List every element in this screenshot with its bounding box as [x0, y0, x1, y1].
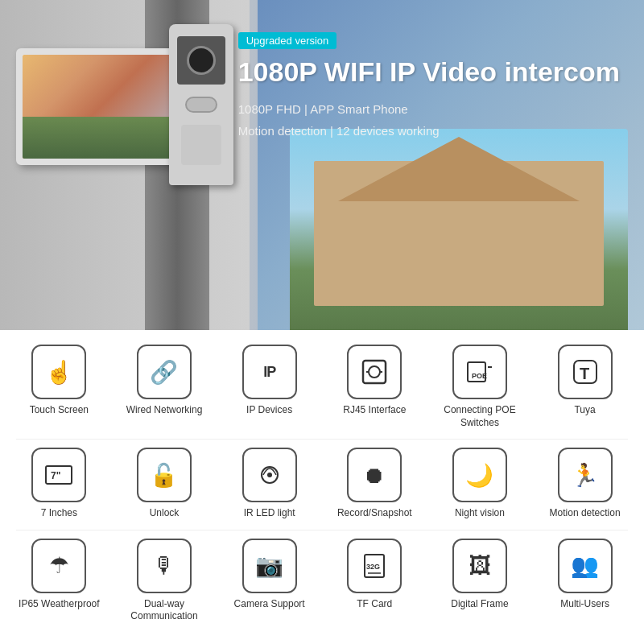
- feature-icon-night-vision: 🌙: [452, 448, 507, 502]
- feature-icon-tuya: T: [558, 345, 613, 399]
- feature-label-ir-led-light: IR LED light: [244, 507, 295, 520]
- feature-label-touch-screen: Touch Screen: [30, 404, 89, 417]
- feature-label-night-vision: Night vision: [455, 507, 505, 520]
- doorbell-speaker: [181, 125, 221, 165]
- upgraded-badge: Upgraded version: [238, 32, 337, 49]
- feature-label-ip-devices: IP Devices: [246, 404, 292, 417]
- hero-section: Upgraded version 1080P WIFI IP Video int…: [0, 0, 644, 330]
- svg-text:7": 7": [51, 470, 60, 481]
- monitor-device: [16, 48, 185, 165]
- feature-item-connecting-poe: POEConnecting POE Switches: [431, 338, 528, 436]
- feature-item-multi-users: 👥Multi-Users: [537, 532, 634, 630]
- feature-item-wired-networking: 🔗Wired Networking: [116, 338, 213, 436]
- feature-icon-wired-networking: 🔗: [137, 345, 192, 399]
- feature-item-record-snapshot: ⏺Record/Snapshot: [326, 441, 423, 526]
- feature-item-digital-frame: 🖼Digital Frame: [431, 532, 528, 630]
- svg-point-1: [369, 366, 380, 378]
- feature-icon-digital-frame: 🖼: [452, 539, 507, 593]
- doorbell-button: [185, 97, 217, 113]
- feature-icon-ip-devices: IP: [242, 345, 297, 399]
- feature-label-motion-detection: Motion detection: [550, 507, 621, 520]
- doorbell-device: [169, 24, 233, 185]
- feature-icon-ip65-weatherproof: ☂: [31, 539, 86, 593]
- feature-item-tf-card: 32GTF Card: [326, 532, 423, 630]
- svg-text:T: T: [580, 365, 589, 382]
- feature-label-connecting-poe: Connecting POE Switches: [435, 404, 525, 429]
- feature-label-wired-networking: Wired Networking: [126, 404, 203, 417]
- feature-icon-camera-support: 📷: [242, 539, 297, 593]
- feature-item-motion-detection: 🏃Motion detection: [537, 441, 634, 526]
- feature-icon-7-inches: 7": [31, 448, 86, 502]
- feature-label-tuya: Tuya: [574, 404, 595, 417]
- feature-icon-tf-card: 32G: [347, 539, 402, 593]
- feature-label-tf-card: TF Card: [357, 598, 392, 611]
- feature-item-dual-way-comm: 🎙Dual-way Communication: [116, 532, 213, 630]
- feature-item-tuya: TTuya: [537, 338, 634, 436]
- feature-item-camera-support: 📷Camera Support: [221, 532, 318, 630]
- hero-subtitle: 1080P FHD | APP Smart Phone Motion detec…: [238, 98, 620, 142]
- feature-label-unlock: Unlock: [150, 507, 180, 520]
- feature-icon-dual-way-comm: 🎙: [137, 539, 192, 593]
- feature-icon-multi-users: 👥: [558, 539, 613, 593]
- row-divider-1: [16, 439, 628, 440]
- feature-icon-motion-detection: 🏃: [558, 448, 613, 502]
- feature-icon-touch-screen: ☝: [31, 345, 86, 399]
- feature-icon-record-snapshot: ⏺: [347, 448, 402, 502]
- feature-item-ir-led-light: IR LED light: [221, 441, 318, 526]
- feature-item-ip-devices: IPIP Devices: [221, 338, 318, 436]
- feature-label-7-inches: 7 Inches: [41, 507, 77, 520]
- feature-icon-connecting-poe: POE: [452, 345, 507, 399]
- features-row-2: 7"7 Inches🔓UnlockIR LED light⏺Record/Sna…: [6, 441, 638, 526]
- feature-item-ip65-weatherproof: ☂IP65 Weatherproof: [10, 532, 107, 630]
- feature-label-dual-way-comm: Dual-way Communication: [119, 598, 209, 623]
- hero-text-block: Upgraded version 1080P WIFI IP Video int…: [238, 32, 620, 142]
- features-row-3: ☂IP65 Weatherproof🎙Dual-way Communicatio…: [6, 532, 638, 630]
- feature-label-camera-support: Camera Support: [234, 598, 305, 611]
- feature-label-digital-frame: Digital Frame: [451, 598, 508, 611]
- feature-item-touch-screen: ☝Touch Screen: [10, 338, 107, 436]
- hero-title: 1080P WIFI IP Video intercom: [238, 56, 620, 89]
- feature-label-ip65-weatherproof: IP65 Weatherproof: [19, 598, 100, 611]
- feature-label-rj45-interface: RJ45 Interface: [343, 404, 406, 417]
- feature-label-multi-users: Multi-Users: [560, 598, 609, 611]
- feature-icon-ir-led-light: [242, 448, 297, 502]
- feature-item-rj45-interface: RJ45 Interface: [326, 338, 423, 436]
- doorbell-camera: [177, 36, 225, 85]
- monitor-screen: [23, 55, 179, 159]
- feature-label-record-snapshot: Record/Snapshot: [337, 507, 412, 520]
- svg-text:POE: POE: [472, 372, 487, 380]
- feature-item-7-inches: 7"7 Inches: [10, 441, 107, 526]
- house-image: [290, 129, 628, 330]
- row-divider-2: [16, 530, 628, 530]
- feature-item-unlock: 🔓Unlock: [116, 441, 213, 526]
- svg-point-12: [267, 473, 272, 477]
- features-section: ☝Touch Screen🔗Wired NetworkingIPIP Devic…: [0, 330, 644, 641]
- feature-item-night-vision: 🌙Night vision: [431, 441, 528, 526]
- feature-icon-unlock: 🔓: [137, 448, 192, 502]
- feature-icon-rj45-interface: [347, 345, 402, 399]
- features-row-1: ☝Touch Screen🔗Wired NetworkingIPIP Devic…: [6, 338, 638, 436]
- svg-text:32G: 32G: [366, 563, 380, 571]
